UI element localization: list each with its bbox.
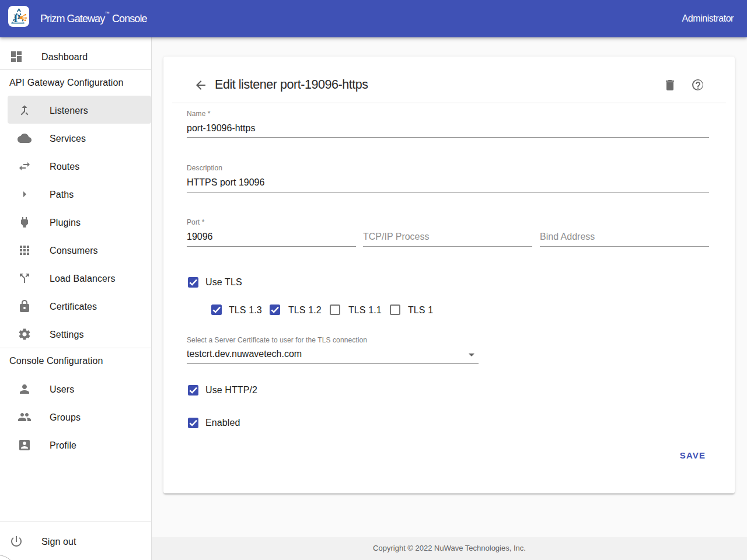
svg-text:P: P [13,12,20,24]
